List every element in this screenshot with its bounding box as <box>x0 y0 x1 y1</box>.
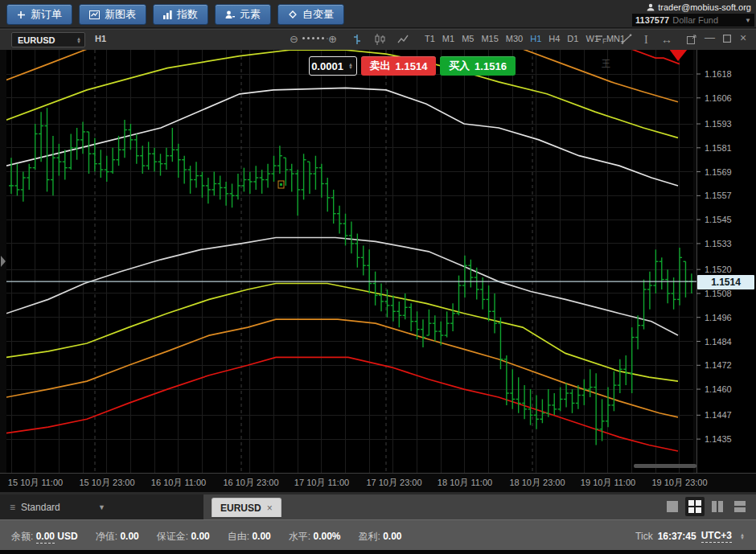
price-tick-label: 1.1569 <box>705 167 732 177</box>
trendline-tool-icon[interactable] <box>621 34 632 47</box>
timeframe-t1[interactable]: T1 <box>425 34 435 43</box>
svg-text:F: F <box>602 37 607 44</box>
current-price-badge: 1.1514 <box>697 275 754 289</box>
plus-icon <box>17 10 26 19</box>
chart-toolbar: EURUSD ▲▼ H1 ⊖ ⊕ T1M1M5M15M30H1H4D1W1MN1… <box>0 29 756 51</box>
elements-label: 元素 <box>240 7 261 22</box>
candle-chart-type-icon[interactable] <box>375 34 385 48</box>
status-item: 余额: 0.00 USD <box>11 530 78 544</box>
time-tick-label: 17 10月 23:00 <box>366 478 421 487</box>
profile-label: Standard <box>21 502 60 513</box>
price-tick-label: 1.1496 <box>705 313 732 322</box>
account-fund-name: Dollar Fund <box>672 15 742 25</box>
variables-button[interactable]: 自变量 <box>277 4 344 25</box>
account-email: trader@mobius-soft.org <box>658 2 751 12</box>
text-cursor-icon[interactable]: I <box>644 33 648 47</box>
layout-horizontal-icon[interactable] <box>730 497 750 516</box>
timeframe-h4[interactable]: H4 <box>549 34 560 43</box>
price-tick-label: 1.1618 <box>705 69 732 79</box>
time-tick-label: 16 10月 11:00 <box>151 478 206 487</box>
close-icon[interactable]: × <box>740 31 746 45</box>
user-icon <box>647 3 655 11</box>
minimize-icon[interactable]: — <box>705 31 715 44</box>
elements-icon <box>225 10 235 19</box>
time-tick-label: 18 10月 11:00 <box>438 478 492 487</box>
timeframe-h1[interactable]: H1 <box>530 34 541 43</box>
timeframe-m15[interactable]: M15 <box>481 34 498 43</box>
account-selector[interactable]: 1137577 Dollar Fund ▼ <box>632 14 754 27</box>
elements-button[interactable]: 元素 <box>215 4 271 25</box>
layout-grid-icon[interactable] <box>685 497 705 516</box>
tab-label: EURUSD <box>220 503 261 514</box>
zoom-in-icon[interactable]: ⊕ <box>328 32 337 46</box>
tab-close-icon[interactable]: × <box>267 503 273 514</box>
window-bottom-edge <box>0 550 756 554</box>
price-tick-label: 1.1484 <box>705 337 732 347</box>
tick-time: 16:37:45 <box>658 531 696 542</box>
new-chart-button[interactable]: 新图表 <box>79 4 146 25</box>
account-panel: trader@mobius-soft.org 1137577 Dollar Fu… <box>632 1 754 27</box>
spinner-icon[interactable]: ▲▼ <box>73 37 84 43</box>
layout-vertical-icon[interactable] <box>708 497 727 516</box>
spread-stepper[interactable]: 0.0001 ▲▼ <box>309 56 357 76</box>
spinner-icon[interactable]: ▲▼ <box>737 533 748 540</box>
variables-label: 自变量 <box>302 7 334 22</box>
main-toolbar: 新订单 新图表 指数 元素 自变量 trader@mobius-sof <box>0 0 756 28</box>
price-chart[interactable]: 王1.16181.16061.15931.15811.15691.15571.1… <box>0 50 756 492</box>
period-label: H1 <box>95 34 106 43</box>
account-number: 1137577 <box>635 15 669 25</box>
timezone-selector[interactable]: UTC+3 <box>701 530 732 543</box>
status-item: 自由: 0.00 <box>228 530 271 544</box>
chevron-down-icon: ▼ <box>745 17 751 24</box>
buy-price: 1.1516 <box>475 60 507 72</box>
symbol-select[interactable]: EURUSD ▲▼ <box>11 32 85 47</box>
open-in-window-icon[interactable] <box>687 34 696 47</box>
tick-label: Tick <box>635 531 653 542</box>
chart-scrollbar[interactable] <box>634 464 696 468</box>
diamond-icon <box>288 10 298 19</box>
price-tick-label: 1.1533 <box>705 239 732 248</box>
line-chart-type-icon[interactable] <box>397 34 409 48</box>
status-item: 净值: 0.00 <box>96 530 139 544</box>
indicators-button[interactable]: 指数 <box>153 4 208 25</box>
price-tick-label: 1.1606 <box>705 93 732 103</box>
layout-single-icon[interactable] <box>663 497 682 516</box>
new-order-button[interactable]: 新订单 <box>6 4 72 25</box>
price-tick-label: 1.1557 <box>705 191 732 200</box>
price-tick-label: 1.1435 <box>705 434 732 444</box>
spread-value: 0.0001 <box>310 60 345 72</box>
price-tick-label: 1.1508 <box>705 289 732 298</box>
timeframe-m30[interactable]: M30 <box>506 34 523 43</box>
bottom-bar: ≡ Standard ▼ EURUSD × <box>0 494 756 519</box>
menu-icon: ≡ <box>10 502 15 513</box>
time-tick-label: 16 10月 23:00 <box>223 478 278 487</box>
chart-glyph: 王 <box>602 59 610 68</box>
new-chart-label: 新图表 <box>105 7 136 22</box>
bar-chart-type-icon[interactable] <box>352 34 362 48</box>
time-tick-label: 15 10月 11:00 <box>8 478 63 487</box>
buy-button[interactable]: 买入 1.1516 <box>440 56 516 76</box>
price-tick-label: 1.1447 <box>705 410 732 420</box>
price-tick-label: 1.1472 <box>705 360 732 370</box>
new-chart-icon <box>89 10 100 19</box>
sell-button[interactable]: 卖出 1.1514 <box>361 56 436 76</box>
account-metrics: 余额: 0.00 USD净值: 0.00保证金: 0.00自由: 0.00水平:… <box>11 530 402 544</box>
timeframe-m5[interactable]: M5 <box>462 34 474 43</box>
price-tick-label: 1.1593 <box>705 119 732 129</box>
profile-selector[interactable]: ≡ Standard ▼ <box>0 494 203 519</box>
tick-clock: Tick 16:37:45 UTC+3 ▲▼ <box>635 530 748 543</box>
horizontal-line-tool-icon[interactable]: ↔ <box>661 33 672 47</box>
spinner-icon[interactable]: ▲▼ <box>345 63 356 69</box>
chevron-down-icon: ▼ <box>98 503 105 511</box>
symbol-value: EURUSD <box>12 35 73 45</box>
toolbar-buttons: 新订单 新图表 指数 元素 自变量 <box>6 4 344 25</box>
indicator-list-icon[interactable]: F <box>595 34 607 47</box>
timeframe-m1[interactable]: M1 <box>442 34 454 43</box>
status-item: 水平: 0.00% <box>289 530 341 544</box>
status-item: 保证金: 0.00 <box>157 530 210 544</box>
timeframe-d1[interactable]: D1 <box>567 34 578 43</box>
zoom-out-icon[interactable]: ⊖ <box>290 32 298 46</box>
indicators-icon <box>163 10 172 19</box>
maximize-icon[interactable] <box>723 32 731 46</box>
tab-eurusd[interactable]: EURUSD × <box>212 498 281 517</box>
